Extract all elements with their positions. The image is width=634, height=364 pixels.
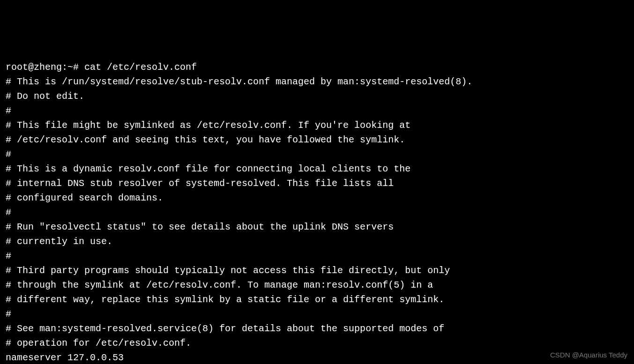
terminal-line: # This is a dynamic resolv.conf file for… [6,162,628,176]
terminal-line: # /etc/resolv.conf and seeing this text,… [6,133,628,147]
terminal-line: root@zheng:~# cat /etc/resolv.conf [6,60,628,74]
watermark-text: CSDN @Aquarius Teddy [550,349,627,360]
terminal-line: # This is /run/systemd/resolve/stub-reso… [6,74,628,89]
terminal-line: # internal DNS stub resolver of systemd-… [6,176,628,191]
terminal-line: # different way, replace this symlink by… [6,292,628,307]
terminal-line: nameserver 127.0.0.53 [6,350,628,364]
terminal-line: # currently in use. [6,234,628,249]
terminal-line: # operation for /etc/resolv.conf. [6,336,628,350]
terminal-line: # See man:systemd-resolved.service(8) fo… [6,321,628,336]
terminal-line: # Third party programs should typically … [6,263,628,278]
terminal-line: # through the symlink at /etc/resolv.con… [6,278,628,292]
terminal-line: # [6,249,628,263]
terminal-output[interactable]: root@zheng:~# cat /etc/resolv.conf# This… [6,60,628,364]
terminal-line: # [6,307,628,321]
terminal-line: # [6,104,628,118]
terminal-line: # [6,147,628,162]
terminal-line: # Run "resolvectl status" to see details… [6,220,628,234]
terminal-line: # Do not edit. [6,89,628,104]
terminal-line: # configured search domains. [6,191,628,205]
terminal-line: # [6,205,628,220]
terminal-line: # This file might be symlinked as /etc/r… [6,118,628,133]
